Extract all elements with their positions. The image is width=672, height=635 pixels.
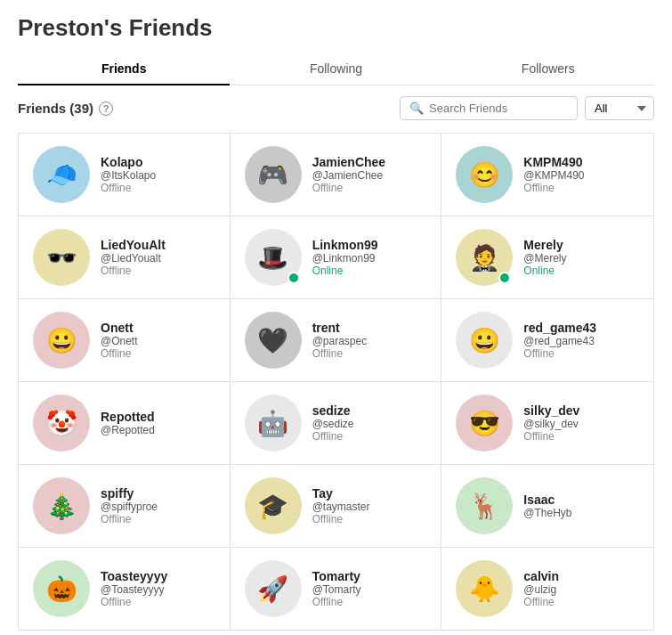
tab-bar: Friends Following Followers xyxy=(18,53,654,85)
search-icon: 🔍 xyxy=(409,102,424,115)
friend-name: Merely xyxy=(523,238,566,252)
avatar: 🐥 xyxy=(456,560,513,617)
friend-name: sedize xyxy=(312,403,354,418)
friend-name: Isaac xyxy=(523,493,571,507)
friend-username: @red_game43 xyxy=(523,335,596,347)
main-content: Friends (39) ? 🔍 All Online Offline 🧢Kol… xyxy=(0,85,672,635)
friend-status: Offline xyxy=(101,513,158,525)
avatar-wrap: 🐥 xyxy=(456,560,513,617)
avatar: 🤖 xyxy=(245,395,302,452)
friends-grid: 🧢Kolapo@ItsKolapoOffline🎮JamienChee@Jami… xyxy=(18,133,654,631)
friend-card[interactable]: 🎩Linkmon99@Linkmon99Online xyxy=(231,216,442,299)
pagination: ‹ 2 › xyxy=(18,631,654,635)
friend-name: Tay xyxy=(312,486,370,501)
friend-status: Offline xyxy=(101,347,138,360)
friend-info: LiedYouAlt@LiedYoualtOffline xyxy=(101,238,166,277)
friend-card[interactable]: 🤡Repotted@Repotted xyxy=(19,382,231,465)
avatar: 🎮 xyxy=(245,146,302,203)
online-badge xyxy=(498,272,511,284)
avatar: 🕶️ xyxy=(33,229,90,286)
friend-info: spiffy@spiffyproeOffline xyxy=(101,486,158,525)
friend-card[interactable]: 🕶️LiedYouAlt@LiedYoualtOffline xyxy=(19,216,231,299)
search-box[interactable]: 🔍 xyxy=(400,96,578,120)
friend-name: Linkmon99 xyxy=(312,238,378,252)
friend-username: @TheHyb xyxy=(523,507,571,519)
filter-select[interactable]: All Online Offline xyxy=(585,96,654,120)
friend-card[interactable]: 🦌Isaac@TheHyb xyxy=(441,465,653,548)
friend-status: Offline xyxy=(101,182,156,194)
tab-followers[interactable]: Followers xyxy=(442,53,654,85)
avatar: 🚀 xyxy=(245,560,302,617)
friend-card[interactable]: 🚀Tomarty@TomartyOffline xyxy=(231,548,442,630)
help-icon[interactable]: ? xyxy=(99,102,113,116)
friend-status: Offline xyxy=(312,347,368,360)
friend-card[interactable]: 😎silky_dev@silky_devOffline xyxy=(441,382,653,465)
friend-username: @ItsKolapo xyxy=(101,169,156,182)
friend-status: Online xyxy=(523,265,566,277)
friend-info: Kolapo@ItsKolapoOffline xyxy=(101,155,156,194)
friend-info: Tomarty@TomartyOffline xyxy=(312,569,361,608)
friend-card[interactable]: 🧢Kolapo@ItsKolapoOffline xyxy=(19,134,231,216)
friend-card[interactable]: 🎄spiffy@spiffyproeOffline xyxy=(19,465,231,548)
avatar: 🎄 xyxy=(33,477,90,534)
avatar-wrap: 😀 xyxy=(33,312,90,369)
friend-username: @ulzig xyxy=(523,583,559,596)
friend-name: calvin xyxy=(523,569,559,583)
avatar-wrap: 🤡 xyxy=(33,395,90,452)
friend-username: @Repotted xyxy=(101,424,155,436)
avatar-wrap: 🎮 xyxy=(245,146,302,203)
friend-card[interactable]: 😀Onett@OnettOffline xyxy=(19,299,231,382)
friend-card[interactable]: 🐥calvin@ulzigOffline xyxy=(441,548,653,630)
friend-status: Offline xyxy=(523,430,579,443)
friend-info: Tay@taymasterOffline xyxy=(312,486,370,525)
friend-card[interactable]: 🎮JamienChee@JamienCheeOffline xyxy=(231,134,442,216)
avatar-wrap: 😎 xyxy=(456,395,513,452)
search-input[interactable] xyxy=(429,102,568,115)
friend-status: Offline xyxy=(312,430,354,443)
avatar-wrap: 🖤 xyxy=(245,312,302,369)
friend-info: Merely@MerelyOnline xyxy=(523,238,566,277)
friend-info: KMPM490@KMPM490Offline xyxy=(523,155,584,194)
avatar-wrap: 😊 xyxy=(456,146,513,203)
friend-card[interactable]: 🤵Merely@MerelyOnline xyxy=(441,216,653,299)
friend-name: Repotted xyxy=(101,410,155,424)
avatar-wrap: 🧢 xyxy=(33,146,90,203)
friend-card[interactable]: 🤖sedize@sedizeOffline xyxy=(231,382,442,465)
friend-card[interactable]: 🎃Toasteyyyy@ToasteyyyyOffline xyxy=(19,548,231,630)
avatar-wrap: 🚀 xyxy=(245,560,302,617)
friend-name: Tomarty xyxy=(312,569,361,583)
tab-following[interactable]: Following xyxy=(230,53,441,85)
friend-name: red_game43 xyxy=(523,321,596,335)
avatar: 😊 xyxy=(456,146,513,203)
avatar-wrap: 😀 xyxy=(456,312,513,369)
friend-username: @taymaster xyxy=(312,501,370,513)
friend-name: trent xyxy=(312,321,368,335)
friend-card[interactable]: 🖤trent@paraspecOffline xyxy=(231,299,442,382)
friend-name: spiffy xyxy=(101,486,158,501)
friend-username: @JamienChee xyxy=(312,169,385,182)
friends-count-label: Friends (39) xyxy=(18,101,93,116)
friend-name: LiedYouAlt xyxy=(101,238,166,252)
friend-info: Isaac@TheHyb xyxy=(523,493,571,519)
tab-friends[interactable]: Friends xyxy=(18,53,230,85)
friend-card[interactable]: 😀red_game43@red_game43Offline xyxy=(441,299,653,382)
avatar: 🦌 xyxy=(456,477,513,534)
page-header: Preston's Friends Friends Following Foll… xyxy=(0,0,672,85)
avatar: 🖤 xyxy=(245,312,302,369)
friend-info: red_game43@red_game43Offline xyxy=(523,321,596,360)
friend-status: Offline xyxy=(101,265,166,277)
friend-username: @paraspec xyxy=(312,335,368,347)
search-filter-row: 🔍 All Online Offline xyxy=(400,96,654,120)
friend-card[interactable]: 🎓Tay@taymasterOffline xyxy=(231,465,442,548)
avatar: 🧢 xyxy=(33,146,90,203)
friend-card[interactable]: 😊KMPM490@KMPM490Offline xyxy=(441,134,653,216)
avatar-wrap: 🎄 xyxy=(33,477,90,534)
friend-info: Toasteyyyy@ToasteyyyyOffline xyxy=(101,569,167,608)
list-header: Friends (39) ? 🔍 All Online Offline xyxy=(18,96,654,120)
friend-username: @spiffyproe xyxy=(101,501,158,513)
avatar: 🎃 xyxy=(33,560,90,617)
friend-username: @Toasteyyyy xyxy=(101,583,167,596)
avatar-wrap: 🤖 xyxy=(245,395,302,452)
avatar: 😀 xyxy=(456,312,513,369)
friend-info: calvin@ulzigOffline xyxy=(523,569,559,608)
